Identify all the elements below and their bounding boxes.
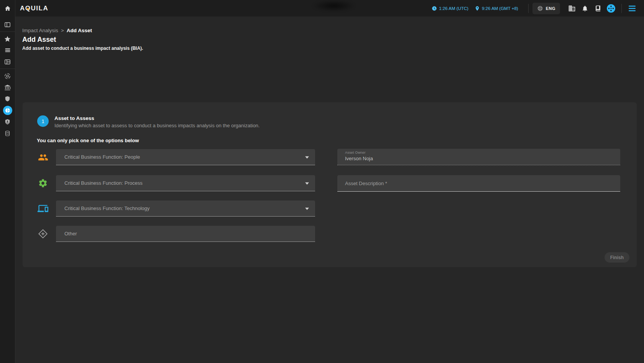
help-reel-icon (607, 4, 615, 13)
breadcrumb-parent[interactable]: Impact Analysis (22, 28, 58, 33)
gear-icon (37, 178, 49, 188)
step-title: Asset to Assess (54, 115, 260, 121)
sidebar-item-data[interactable] (0, 128, 15, 139)
chevron-down-icon (305, 156, 309, 158)
clock-icon (432, 6, 437, 11)
shield-user-icon (4, 118, 11, 125)
page-subtitle: Add asset to conduct a business impact a… (22, 46, 143, 51)
devices-icon (37, 203, 49, 214)
option-row-process: Critical Business Function: Process (37, 175, 315, 191)
logo-q: Q (25, 5, 31, 12)
home-icon (4, 5, 11, 12)
logo-text: A (20, 5, 25, 12)
cbf-process-label: Critical Business Function: Process (64, 180, 143, 186)
asset-owner-label: Asset Owner (345, 151, 620, 154)
pick-one-note: You can only pick one of the options bel… (37, 138, 139, 143)
shield-icon (4, 95, 11, 102)
location-pin-icon (475, 6, 480, 11)
step-description: Identifying which asset to assess to con… (54, 123, 260, 128)
people-icon (37, 152, 49, 163)
language-selector[interactable]: ENG (532, 3, 560, 14)
cbf-technology-select[interactable]: Critical Business Function: Technology (56, 200, 315, 217)
layout-grid-icon (4, 58, 11, 66)
documentation-button[interactable] (591, 2, 605, 15)
hamburger-icon (628, 5, 636, 12)
book-icon (595, 5, 601, 12)
sidebar-item-layout[interactable] (0, 56, 15, 67)
sidebar-item-lists[interactable] (0, 44, 15, 56)
utc-time: 1:26 AM (UTC) (432, 6, 468, 11)
local-time: 9:26 AM (GMT +8) (475, 6, 518, 11)
diamond-plus-icon (37, 228, 49, 239)
bell-icon (582, 5, 588, 12)
page-title: Add Asset (22, 36, 56, 44)
asset-description-input[interactable] (345, 181, 613, 186)
split-panel-icon (4, 21, 11, 28)
breadcrumb-current: Add Asset (67, 28, 92, 33)
asset-owner-field: Asset Owner Iverson Noja (337, 149, 620, 165)
utc-time-label: 1:26 AM (UTC) (439, 6, 468, 11)
top-bar: AQUILA 1:26 AM (UTC) 9:26 AM (GMT +8) EN… (0, 0, 644, 16)
menu-button[interactable] (626, 2, 639, 15)
option-row-people: Critical Business Function: People (37, 149, 315, 165)
divider (621, 4, 622, 13)
divider (528, 4, 529, 13)
impact-analysis-icon (3, 106, 12, 115)
list-icon (4, 47, 11, 54)
topbar-actions: 1:26 AM (UTC) 9:26 AM (GMT +8) ENG (432, 2, 644, 15)
notifications-button[interactable] (578, 2, 591, 15)
redacted-blur (312, 0, 355, 11)
support-button[interactable] (605, 2, 618, 15)
database-icon (4, 130, 11, 137)
app-logo[interactable]: AQUILA (20, 5, 48, 12)
logo-text: UILA (31, 5, 49, 12)
other-input[interactable] (64, 231, 301, 237)
step-number-badge: 1 (37, 115, 49, 127)
globe-icon (537, 5, 543, 11)
sidebar-item-security[interactable] (0, 93, 15, 105)
sidebar-item-panel[interactable] (0, 19, 15, 30)
cbf-technology-label: Critical Business Function: Technology (64, 205, 150, 211)
option-row-technology: Critical Business Function: Technology (37, 200, 315, 217)
finish-button[interactable]: Finish (605, 252, 629, 263)
divider (0, 31, 15, 32)
cbf-people-select[interactable]: Critical Business Function: People (56, 149, 315, 165)
asset-owner-value: Iverson Noja (345, 156, 620, 161)
star-icon (4, 35, 11, 43)
target-disc-icon (4, 72, 11, 80)
divider (0, 69, 15, 69)
cbf-people-label: Critical Business Function: People (64, 154, 140, 160)
home-button[interactable] (0, 0, 15, 16)
sidebar-item-impact-analysis[interactable] (0, 105, 15, 116)
asset-description-field[interactable] (337, 175, 620, 192)
language-label: ENG (546, 6, 555, 11)
organization-button[interactable] (565, 2, 578, 15)
chevron-down-icon (305, 207, 309, 210)
left-sidebar (0, 16, 15, 363)
add-asset-card: 1 Asset to Assess Identifying which asse… (23, 102, 637, 267)
step-header: 1 Asset to Assess Identifying which asse… (37, 115, 260, 128)
cbf-process-select[interactable]: Critical Business Function: Process (56, 175, 315, 191)
breadcrumb-separator: > (61, 28, 64, 33)
sidebar-item-admin[interactable] (0, 116, 15, 128)
chevron-down-icon (305, 182, 309, 184)
sidebar-item-objectives[interactable] (0, 70, 15, 82)
sidebar-item-institution[interactable] (0, 82, 15, 93)
building-icon (568, 5, 576, 12)
other-option-field[interactable] (56, 226, 315, 242)
main-content: Impact Analysis > Add Asset Add Asset Ad… (15, 16, 644, 363)
local-time-label: 9:26 AM (GMT +8) (482, 6, 518, 11)
bank-icon (4, 84, 11, 91)
sidebar-item-favorites[interactable] (0, 33, 15, 44)
option-row-other (37, 226, 315, 242)
breadcrumb: Impact Analysis > Add Asset (22, 28, 92, 33)
